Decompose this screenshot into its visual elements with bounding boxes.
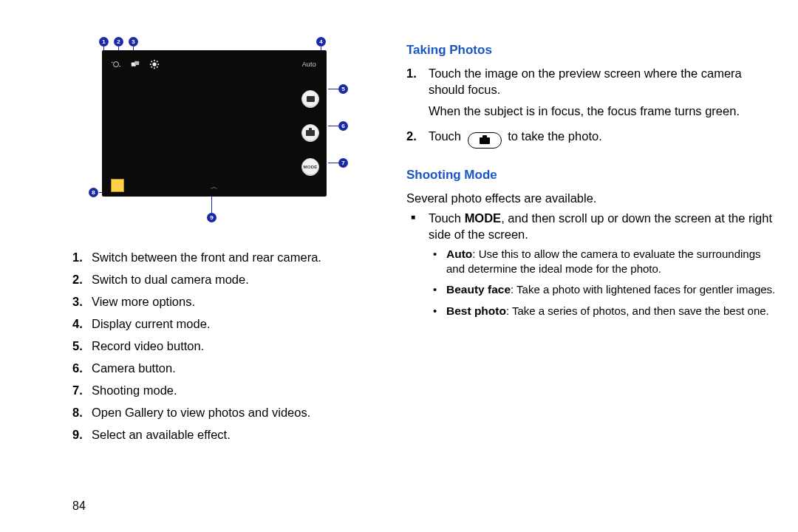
legend-text: Camera button.: [92, 361, 176, 375]
callout-8: 8: [89, 188, 98, 197]
step-item: 1. Touch the image on the preview screen…: [406, 65, 776, 119]
legend-item: 1.Switch between the front and rear came…: [72, 247, 392, 267]
legend-item: 5.Record video button.: [72, 335, 392, 356]
camera-screen: Auto MODE ︿: [102, 50, 327, 197]
mode-name: Auto: [446, 248, 472, 260]
camera-icon: [480, 137, 490, 144]
legend-text: Record video button.: [92, 339, 204, 352]
callout-2: 2: [114, 37, 123, 47]
legend-item: 7.Shooting mode.: [72, 380, 392, 400]
legend-item: 4.Display current mode.: [72, 313, 392, 334]
gear-icon: [149, 59, 160, 69]
mode-option: Auto: Use this to allow the camera to ev…: [429, 247, 776, 276]
legend-item: 2.Switch to dual camera mode.: [72, 269, 392, 290]
svg-point-2: [152, 62, 156, 66]
heading-taking-photos: Taking Photos: [406, 43, 776, 58]
current-mode-label: Auto: [302, 61, 316, 68]
left-column: 1 2 3 4 5 6 7 8 9: [0, 0, 399, 532]
mode-desc: : Take a photo with lightened faces for …: [511, 283, 775, 296]
callout-1: 1: [99, 37, 109, 47]
bullet-text-pre: Touch: [429, 211, 465, 225]
callout-6: 6: [338, 121, 348, 131]
legend-text: Switch between the front and rear camera…: [92, 250, 321, 264]
right-column: Taking Photos 1. Touch the image on the …: [399, 0, 798, 532]
step-subtext: When the subject is in focus, the focus …: [429, 103, 776, 119]
callout-4: 4: [316, 37, 326, 47]
legend-item: 6.Camera button.: [72, 358, 392, 378]
mode-name: Beauty face: [446, 283, 511, 296]
camera-topbar: [111, 59, 160, 69]
right-button-stack: MODE: [301, 90, 319, 176]
legend-item: 3.View more options.: [72, 291, 392, 312]
shooting-intro: Several photo effects are available.: [406, 190, 776, 206]
legend-text: View more options.: [92, 295, 195, 308]
svg-rect-1: [134, 61, 139, 65]
mode-name: Best photo: [446, 304, 506, 317]
shooting-mode-list: Touch MODE, and then scroll up or down t…: [406, 210, 776, 318]
callout-5: 5: [338, 84, 348, 94]
video-icon: [307, 96, 315, 102]
page-number: 84: [72, 499, 86, 513]
step-text: Touch the image on the preview screen wh…: [429, 66, 742, 96]
switch-camera-icon: [111, 59, 121, 69]
mode-desc: : Use this to allow the camera to evalua…: [446, 248, 761, 275]
camera-shutter-button[interactable]: [301, 124, 319, 142]
dual-camera-icon: [130, 59, 140, 69]
callout-lead: [211, 197, 212, 213]
camera-figure: 1 2 3 4 5 6 7 8 9: [95, 41, 361, 226]
camera-icon: [306, 130, 315, 136]
mode-desc: : Take a series of photos, and then save…: [506, 304, 769, 317]
callout-3: 3: [129, 37, 138, 47]
figure-legend: 1.Switch between the front and rear came…: [72, 247, 392, 445]
heading-shooting-mode: Shooting Mode: [406, 168, 776, 183]
inline-camera-button-icon: [468, 132, 502, 149]
mode-option: Beauty face: Take a photo with lightened…: [429, 282, 776, 297]
legend-text: Display current mode.: [92, 317, 210, 330]
gallery-thumbnail[interactable]: [111, 179, 124, 192]
callout-9: 9: [207, 213, 216, 222]
chevron-up-icon: ︿: [211, 182, 218, 192]
step-text-pre: Touch: [429, 129, 461, 143]
callout-lead: [328, 163, 338, 163]
step-text-post: to take the photo.: [508, 129, 602, 143]
mode-button[interactable]: MODE: [301, 158, 319, 176]
legend-item: 8.Open Gallery to view photos and videos…: [72, 402, 392, 423]
shooting-mode-item: Touch MODE, and then scroll up or down t…: [406, 210, 776, 318]
callout-7: 7: [338, 158, 348, 168]
legend-text: Open Gallery to view photos and videos.: [92, 406, 310, 419]
callout-lead: [328, 89, 338, 89]
legend-text: Switch to dual camera mode.: [92, 273, 249, 286]
bullet-text-bold: MODE: [465, 211, 502, 225]
callout-lead: [328, 126, 338, 126]
step-item: 2. Touch to take the photo.: [406, 128, 776, 149]
mode-options: Auto: Use this to allow the camera to ev…: [429, 247, 776, 318]
legend-text: Select an available effect.: [92, 428, 231, 441]
mode-icon: MODE: [304, 165, 318, 169]
mode-option: Best photo: Take a series of photos, and…: [429, 304, 776, 318]
record-video-button[interactable]: [301, 90, 319, 108]
legend-item: 9.Select an available effect.: [72, 424, 392, 445]
taking-photos-steps: 1. Touch the image on the preview screen…: [406, 65, 776, 149]
legend-text: Shooting mode.: [92, 383, 177, 397]
